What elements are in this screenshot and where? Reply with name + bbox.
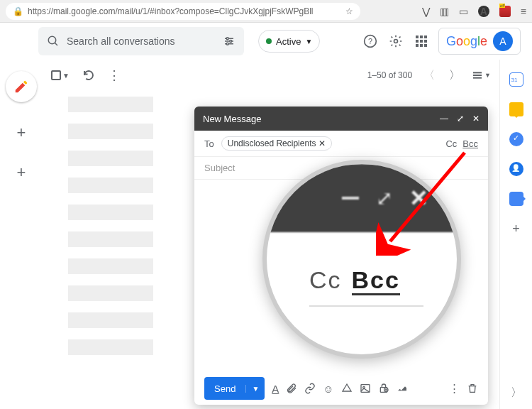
svg-point-10 (394, 40, 397, 43)
calendar-icon[interactable] (509, 72, 523, 87)
gmail-app-bar: Search all conversations Active ▼ ? Goog… (0, 23, 532, 60)
select-all-checkbox[interactable]: ▼ (51, 70, 70, 80)
more-options-icon[interactable]: ⋮ (449, 382, 460, 395)
magnifier-overlay: ⤢ ✕ CcBcc (262, 160, 461, 359)
mag-bcc-text: Bcc (352, 266, 400, 295)
contacts-icon[interactable] (509, 162, 523, 176)
search-icon (47, 35, 60, 48)
mag-cc-text: Cc (309, 266, 342, 293)
svg-rect-11 (473, 72, 482, 73)
url-bar[interactable]: 🔒 https://mail.google.com/mail/u/1/#inbo… (6, 3, 360, 20)
page-info: 1–50 of 300 (367, 70, 412, 80)
send-label: Send (204, 383, 245, 394)
library-icon[interactable]: ▥ (440, 6, 449, 17)
side-panel: + 〉 (499, 60, 532, 409)
close-icon[interactable]: ✕ (472, 114, 480, 124)
apps-grid-icon[interactable] (413, 33, 430, 50)
search-placeholder: Search all conversations (67, 36, 175, 47)
minimize-icon[interactable]: — (440, 114, 448, 124)
more-icon[interactable]: ⋮ (108, 67, 121, 83)
send-button[interactable]: Send ▼ (204, 377, 265, 400)
lock-icon: 🔒 (13, 6, 23, 16)
compose-footer: Send ▼ A ☺ ⋮ (194, 372, 488, 405)
discard-icon[interactable] (467, 383, 478, 394)
pocket-icon[interactable]: ⋁ (422, 6, 430, 17)
left-rail: + + (0, 60, 43, 409)
google-logo: Google (446, 34, 487, 49)
prev-page-button[interactable]: 〈 (421, 68, 438, 83)
next-page-button[interactable]: 〉 (446, 68, 463, 83)
remove-recipient-icon[interactable]: ✕ (318, 138, 326, 148)
compose-title-bar[interactable]: New Message — ⤢ ✕ (194, 107, 488, 131)
to-label: To (204, 138, 214, 149)
tune-icon[interactable] (223, 35, 235, 48)
bcc-button[interactable]: Bcc (462, 138, 478, 149)
attach-icon[interactable] (286, 383, 297, 394)
image-icon[interactable] (360, 383, 371, 394)
meet-icon[interactable] (509, 192, 523, 206)
svg-point-5 (226, 38, 228, 40)
extension-icon[interactable] (499, 6, 511, 17)
star-icon[interactable]: ☆ (345, 6, 353, 16)
recipient-chip[interactable]: Undisclosed Recipients ✕ (221, 136, 333, 151)
add-space-button[interactable]: + (17, 163, 26, 182)
url-text: https://mail.google.com/mail/u/1/#inbox?… (28, 6, 341, 16)
send-options-dropdown[interactable]: ▼ (245, 385, 265, 393)
mag-expand-icon: ⤢ (376, 187, 392, 210)
help-icon[interactable]: ? (362, 33, 379, 50)
compose-button[interactable] (6, 71, 37, 102)
browser-account-icon[interactable]: A (478, 6, 489, 17)
status-label: Active (276, 36, 301, 47)
gear-icon[interactable] (387, 33, 404, 50)
keep-icon[interactable] (509, 102, 523, 116)
hamburger-icon[interactable]: ≡ (521, 6, 526, 17)
browser-toolbar-icons: ⋁ ▥ ▭ A ≡ (422, 6, 526, 17)
density-toggle[interactable]: ▼ (472, 70, 491, 81)
subject-placeholder: Subject (204, 163, 235, 173)
emoji-icon[interactable]: ☺ (323, 383, 333, 395)
signature-icon[interactable] (397, 383, 408, 394)
inbox-toolbar: ▼ ⋮ 1–50 of 300 〈 〉 ▼ (43, 60, 499, 91)
addons-button[interactable]: + (512, 222, 520, 236)
tasks-icon[interactable] (509, 132, 523, 146)
svg-line-1 (55, 43, 57, 45)
recipient-name: Undisclosed Recipients (228, 138, 316, 148)
svg-point-7 (226, 43, 228, 45)
format-icon[interactable]: A (272, 383, 279, 395)
cc-button[interactable]: Cc (445, 138, 457, 149)
collapse-panel-button[interactable]: 〉 (511, 386, 522, 400)
compose-title: New Message (203, 114, 261, 124)
to-field-row[interactable]: To Undisclosed Recipients ✕ Cc Bcc (194, 131, 488, 157)
search-box[interactable]: Search all conversations (38, 27, 244, 55)
expand-icon[interactable]: ⤢ (457, 114, 464, 124)
svg-point-6 (230, 40, 232, 43)
chevron-down-icon: ▼ (305, 38, 312, 45)
mag-minimize-icon (342, 197, 359, 200)
svg-text:?: ? (368, 37, 372, 45)
mag-close-icon: ✕ (409, 185, 428, 212)
svg-point-0 (48, 36, 56, 44)
refresh-icon[interactable] (82, 69, 95, 82)
confidential-icon[interactable] (378, 383, 389, 394)
add-label-button[interactable]: + (17, 124, 26, 142)
account-avatar[interactable]: A (493, 31, 513, 51)
drive-icon[interactable] (341, 383, 353, 394)
svg-rect-13 (473, 77, 482, 79)
status-pill[interactable]: Active ▼ (258, 30, 320, 53)
link-icon[interactable] (304, 383, 316, 394)
browser-address-bar: 🔒 https://mail.google.com/mail/u/1/#inbo… (0, 0, 532, 23)
svg-rect-12 (473, 75, 482, 76)
reader-icon[interactable]: ▭ (459, 6, 468, 17)
status-dot-icon (266, 38, 272, 44)
google-account-box[interactable]: Google A (438, 28, 521, 55)
